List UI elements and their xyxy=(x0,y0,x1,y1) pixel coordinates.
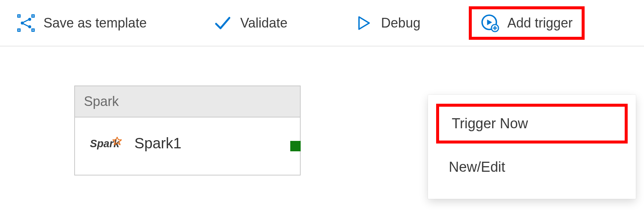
template-icon xyxy=(17,14,35,32)
add-trigger-button[interactable]: Add trigger xyxy=(469,6,585,40)
debug-label: Debug xyxy=(381,15,421,31)
activity-name: Spark1 xyxy=(134,135,182,152)
add-trigger-dropdown: Trigger Now New/Edit xyxy=(428,95,636,199)
spark-activity-card[interactable]: Spark Spark Spark1 xyxy=(74,86,301,175)
activity-body: Spark Spark1 xyxy=(75,117,300,175)
activity-type-label: Spark xyxy=(75,86,300,117)
validate-label: Validate xyxy=(240,15,287,31)
pipeline-canvas[interactable]: Spark Spark Spark1 Trigger Now New/Edit xyxy=(0,46,644,216)
checkmark-icon xyxy=(213,14,232,32)
svg-line-3 xyxy=(23,20,29,22)
debug-button[interactable]: Debug xyxy=(347,10,428,36)
toolbar: Save as template Validate Debug xyxy=(0,0,644,46)
spark-icon: Spark xyxy=(90,134,123,152)
menu-item-label: New/Edit xyxy=(449,159,505,175)
play-icon xyxy=(354,14,373,32)
add-trigger-label: Add trigger xyxy=(507,15,573,31)
svg-line-4 xyxy=(23,24,29,26)
menu-item-trigger-now[interactable]: Trigger Now xyxy=(436,104,628,144)
menu-item-label: Trigger Now xyxy=(452,116,528,131)
save-as-template-label: Save as template xyxy=(43,15,147,31)
save-as-template-button[interactable]: Save as template xyxy=(9,10,154,36)
activity-output-handle[interactable] xyxy=(290,141,301,151)
validate-button[interactable]: Validate xyxy=(206,10,295,36)
clock-plus-icon xyxy=(481,14,499,32)
svg-point-1 xyxy=(28,18,31,21)
svg-point-2 xyxy=(28,25,31,28)
menu-item-new-edit[interactable]: New/Edit xyxy=(436,150,628,184)
